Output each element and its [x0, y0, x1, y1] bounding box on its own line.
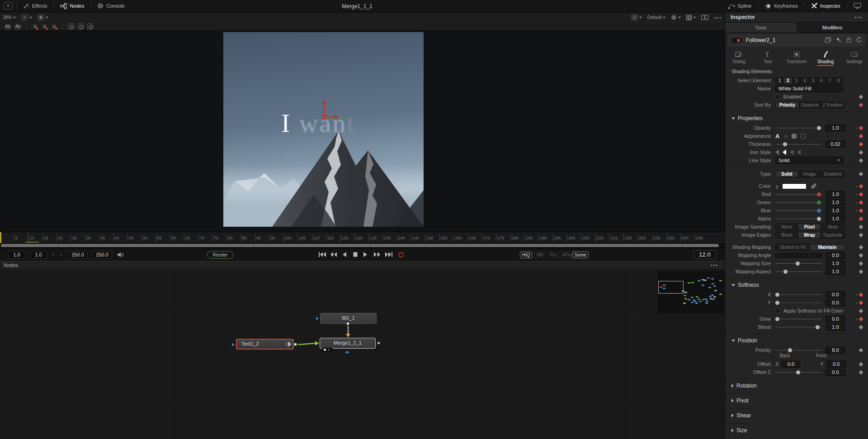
rotation-section-header[interactable]: Rotation	[725, 379, 868, 391]
text-styled-tool[interactable]: Ab	[3, 24, 13, 29]
mapping-size-value[interactable]: 1.0	[826, 260, 845, 267]
viewer-lut-dropdown[interactable]: Default	[645, 15, 669, 20]
modifier-enable-toggle[interactable]	[731, 38, 742, 43]
sampling-area-button[interactable]: Area	[821, 224, 844, 230]
element-5-button[interactable]: 5	[809, 78, 817, 84]
opacity-value[interactable]: 1.0	[826, 125, 845, 131]
mapping-size-keyframe[interactable]	[859, 261, 863, 266]
inspector-button[interactable]: Inspector	[805, 0, 847, 12]
ui-layout-dropdown-button[interactable]	[4, 2, 13, 9]
go-to-end-button[interactable]	[385, 252, 393, 258]
glow-value[interactable]: 0.0	[826, 316, 845, 322]
blend-value[interactable]: 1.0	[826, 324, 845, 331]
edges-black-button[interactable]: Black	[776, 232, 798, 238]
fast-forward-button[interactable]	[373, 252, 380, 258]
bg1-input-port[interactable]	[316, 317, 319, 320]
softness-x-slider[interactable]	[775, 292, 822, 297]
roi-dropdown[interactable]	[628, 14, 645, 20]
node-graph-canvas[interactable]: BG_1 Merge1_1_1 Text1_2	[0, 269, 725, 439]
mapping-aspect-keyframe[interactable]	[859, 269, 863, 274]
blue-prev-keyframe[interactable]	[855, 208, 857, 213]
alpha-keyframe[interactable]	[859, 216, 863, 221]
mapping-aspect-slider[interactable]	[775, 269, 822, 274]
shear-section-header[interactable]: Shear	[725, 409, 868, 421]
mapping-aspect-value[interactable]: 1.0	[826, 268, 845, 275]
blue-slider[interactable]	[775, 208, 822, 213]
dual-viewer-toggle[interactable]	[698, 15, 711, 20]
color-swatch[interactable]	[782, 183, 807, 189]
fast-reverse-button[interactable]	[330, 252, 337, 258]
checker-underlay-dropdown[interactable]	[684, 15, 698, 20]
glow-keyframe[interactable]	[859, 317, 863, 321]
appearance-solid-text-icon[interactable]: A	[775, 133, 779, 140]
priority-keyframe[interactable]	[859, 348, 863, 352]
text1-input-port[interactable]	[232, 343, 235, 346]
mapping-size-slider[interactable]	[775, 261, 822, 266]
spline-button[interactable]: Spline	[722, 0, 758, 12]
join-style-round-icon[interactable]	[783, 149, 786, 155]
pin-icon[interactable]	[836, 37, 841, 43]
sort-by-keyframe[interactable]	[859, 103, 863, 107]
softness-section-header[interactable]: Softness	[725, 278, 868, 290]
element-3-button[interactable]: 3	[793, 78, 801, 84]
sort-priority-button[interactable]: Priority	[776, 102, 799, 108]
color-prev-keyframe[interactable]	[855, 183, 857, 189]
nodes-options-menu[interactable]: •••	[710, 262, 725, 268]
element-6-button[interactable]: 6	[817, 78, 826, 84]
char-level-styling-2[interactable]: a	[42, 23, 47, 29]
type-keyframe[interactable]	[859, 172, 863, 176]
text1-output-port[interactable]	[294, 343, 297, 346]
enabled-keyframe[interactable]	[859, 94, 863, 99]
global-start-field[interactable]: 1.0	[8, 251, 25, 259]
scrollbar-thumb[interactable]	[1, 244, 719, 247]
time-ruler[interactable]: 5101520253035404550556065707580859095100…	[0, 232, 725, 243]
subtab-transform[interactable]: Transform	[786, 51, 807, 66]
render-range-start-marker[interactable]	[0, 232, 1, 243]
offset-x-value[interactable]: 0.0	[781, 361, 800, 368]
timeline-scrollbar[interactable]	[0, 243, 725, 248]
mapping-angle-keyframe[interactable]	[859, 253, 863, 257]
color-controls-dropdown[interactable]	[668, 14, 684, 20]
blend-keyframe[interactable]	[859, 325, 863, 329]
offset-keyframe[interactable]	[859, 362, 863, 366]
opacity-slider[interactable]	[775, 126, 822, 131]
next-range-arrow[interactable]: ›	[60, 252, 62, 257]
size-section-header[interactable]: Size	[725, 424, 868, 436]
tab-modifiers[interactable]: Modifiers	[797, 23, 868, 33]
red-prev-keyframe[interactable]	[855, 191, 857, 197]
join-style-keyframe[interactable]	[859, 150, 863, 154]
tab-tools[interactable]: Tools	[725, 23, 797, 33]
sort-zposition-button[interactable]: Z Position	[821, 102, 844, 108]
play-reverse-button[interactable]	[342, 252, 347, 258]
element-7-button[interactable]: 7	[826, 78, 834, 84]
keyframe-list-tool[interactable]	[87, 23, 93, 29]
edges-wrap-button[interactable]: Wrap	[798, 232, 821, 238]
mapping-angle-value[interactable]: 0.0	[826, 252, 845, 259]
char-level-styling-3[interactable]: a	[51, 23, 57, 29]
proxy-toggle[interactable]: Prx	[547, 252, 559, 258]
global-end-field[interactable]: 250.0	[92, 251, 112, 259]
channel-select-dropdown[interactable]: A	[19, 14, 35, 20]
element-name-input[interactable]	[775, 85, 843, 92]
edges-duplicate-button[interactable]: Duplicate	[821, 232, 844, 238]
priority-value[interactable]: 8.0	[826, 347, 845, 354]
green-keyframe[interactable]	[859, 200, 863, 205]
viewer-options-menu[interactable]: •••	[711, 15, 725, 20]
thickness-slider[interactable]	[775, 142, 822, 147]
element-4-button[interactable]: 4	[801, 78, 809, 84]
softness-y-slider[interactable]	[775, 300, 822, 305]
priority-slider[interactable]	[775, 348, 822, 353]
red-value[interactable]: 1.0	[826, 191, 845, 198]
softness-x-value[interactable]: 0.0	[826, 291, 845, 298]
current-frame-field[interactable]: 12.0	[693, 250, 716, 259]
subtab-text[interactable]: T Text	[757, 51, 778, 66]
pivot-section-header[interactable]: Pivot	[725, 394, 868, 406]
sort-distance-button[interactable]: Distance	[799, 102, 821, 108]
appearance-outline-box-icon[interactable]	[801, 134, 806, 139]
red-slider[interactable]	[775, 192, 822, 197]
offset-z-keyframe[interactable]	[859, 370, 863, 374]
shading-mapping-keyframe[interactable]	[859, 245, 863, 249]
element-8-button[interactable]: 8	[834, 78, 843, 84]
eyedropper-icon[interactable]	[811, 183, 816, 189]
color-keyframe[interactable]	[859, 184, 863, 188]
